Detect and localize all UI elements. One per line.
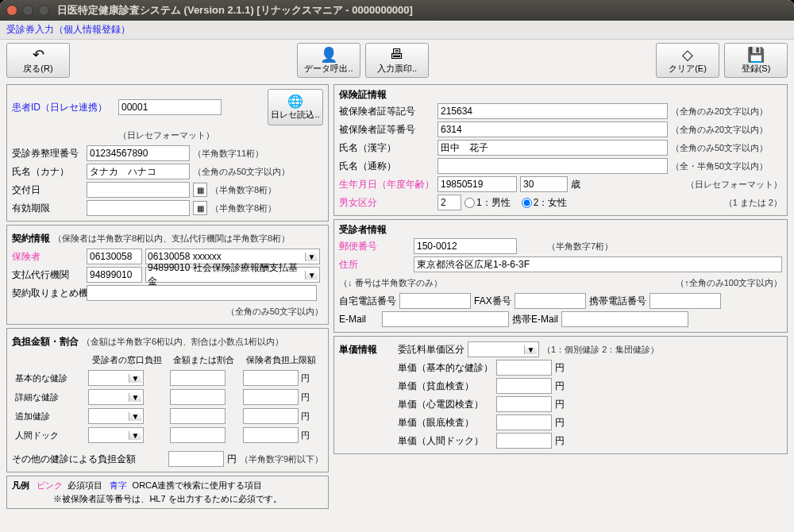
- sex-female-radio[interactable]: 2：女性: [522, 196, 568, 210]
- price-fundus-label: 単価（眼底検査）: [398, 416, 493, 430]
- data-load-button[interactable]: 👤 データ呼出..: [297, 43, 360, 78]
- back-button-label: 戻る(R): [23, 63, 52, 75]
- eraser-icon: ◇: [682, 47, 693, 63]
- burden-row-detail: 詳細な健診: [13, 388, 85, 406]
- patient-id-label: 患者ID（日レセ連携）: [12, 101, 115, 114]
- basic-amount-input[interactable]: [170, 370, 225, 386]
- mobile-email-input[interactable]: [561, 311, 688, 327]
- cert-number-input[interactable]: [437, 121, 668, 137]
- window-close-button[interactable]: [6, 5, 17, 16]
- age-input[interactable]: [520, 176, 568, 192]
- cert-symbol-label: 被保険者証等記号: [339, 105, 434, 118]
- mobile-tel-input[interactable]: [649, 293, 721, 309]
- unit-type-select[interactable]: ▼: [468, 341, 539, 357]
- burden-header-amount: 金額または割合: [168, 353, 239, 368]
- burden-row-basic: 基本的な健診: [13, 369, 85, 387]
- agency-input[interactable]: [87, 267, 142, 283]
- basic-window-select[interactable]: ▼: [88, 370, 144, 386]
- unit-price-panel: 単価情報 委託料単価区分 ▼ （1：個別健診 2：集団健診） 単価（基本的な健診…: [333, 336, 788, 454]
- legend-footnote: ※被保険者証等番号は、HL7 を出力するために必須です。: [12, 493, 323, 505]
- register-button[interactable]: 💾 登録(S): [724, 43, 788, 78]
- back-button[interactable]: ↶ 戻る(R): [6, 43, 70, 78]
- birth-note: （日レセフォーマット）: [686, 179, 782, 191]
- clear-button[interactable]: ◇ クリア(E): [656, 43, 719, 78]
- save-icon: 💾: [747, 47, 765, 63]
- cert-symbol-note: （全角のみ20文字以内）: [671, 106, 768, 118]
- detail-window-select[interactable]: ▼: [88, 389, 144, 405]
- kana-note: （全角のみ50文字以内）: [193, 166, 290, 178]
- expire-note: （半角数字8桁）: [210, 202, 276, 214]
- home-tel-input[interactable]: [399, 293, 471, 309]
- expire-calendar-button[interactable]: ▦: [193, 201, 207, 215]
- window-maximize-button[interactable]: [38, 5, 49, 16]
- insurer-select-value: 06130058 xxxxxx: [148, 251, 222, 262]
- orca-load-button[interactable]: 🌐 日レセ読込..: [268, 89, 323, 125]
- contract-note: （保険者は半角数字8桁以内、支払代行機関は半角数字8桁）: [53, 233, 290, 245]
- insurer-input[interactable]: [87, 249, 142, 264]
- format-note: （日レセフォーマット）: [118, 129, 214, 141]
- add-window-select[interactable]: ▼: [88, 408, 144, 424]
- chevron-down-icon: ▼: [305, 253, 318, 261]
- insurance-title: 保険証情報: [339, 88, 387, 102]
- zip-input[interactable]: [414, 238, 517, 254]
- cert-symbol-input[interactable]: [437, 103, 668, 119]
- zip-label: 郵便番号: [339, 240, 410, 253]
- contract-panel: 契約情報 （保険者は半角数字8桁以内、支払代行機関は半角数字8桁） 保険者 06…: [6, 225, 329, 325]
- mobile-email-label: 携帯E-Mail: [512, 313, 558, 326]
- issue-date-input[interactable]: [87, 182, 190, 198]
- birth-input[interactable]: [437, 176, 517, 192]
- summary-org-label: 契約取りまとめ機関名: [12, 287, 83, 300]
- basic-limit-input[interactable]: [243, 370, 299, 386]
- person-icon: 👤: [320, 47, 337, 63]
- burden-note: （金額は半角数字6桁以内、割合は小数点1桁以内）: [82, 336, 283, 348]
- ticket-input[interactable]: [87, 145, 190, 161]
- dock-window-select[interactable]: ▼: [88, 427, 144, 443]
- print-button[interactable]: 🖶 入力票印..: [365, 43, 429, 78]
- issue-note: （半角数字8桁）: [210, 184, 276, 196]
- detail-limit-input[interactable]: [243, 389, 299, 405]
- agency-label: 支払代行機関: [12, 268, 83, 282]
- name-kanji-input[interactable]: [437, 140, 668, 156]
- expire-date-input[interactable]: [87, 200, 190, 216]
- patient-id-input[interactable]: [118, 99, 222, 115]
- add-amount-input[interactable]: [170, 408, 225, 424]
- print-label: 入力票印..: [377, 63, 417, 75]
- printer-icon: 🖶: [390, 47, 404, 63]
- price-anemia-input[interactable]: [496, 378, 552, 394]
- dock-amount-input[interactable]: [170, 427, 225, 443]
- detail-amount-input[interactable]: [170, 389, 225, 405]
- other-burden-input[interactable]: [168, 451, 224, 467]
- legend-blue-text: ORCA連携で検索に使用する項目: [133, 480, 263, 490]
- back-arrow-icon: ↶: [33, 47, 44, 63]
- fax-input[interactable]: [515, 293, 586, 309]
- window-minimize-button[interactable]: [22, 5, 33, 16]
- burden-title: 負担金額・割合: [12, 335, 79, 349]
- patient-id-panel: 患者ID（日レセ連携） 🌐 日レセ読込.. （日レセフォーマット） 受診券整理番…: [6, 84, 329, 222]
- dock-limit-input[interactable]: [243, 427, 299, 443]
- insurance-panel: 保険証情報 被保険者証等記号 （全角のみ20文字以内） 被保険者証等番号 （全角…: [333, 84, 788, 216]
- cert-number-note: （全角のみ20文字以内）: [671, 124, 768, 136]
- addr-sub-note: （↓ 番号は半角数字のみ）: [339, 277, 442, 289]
- burden-row-add: 追加健診: [13, 407, 85, 425]
- price-ecg-input[interactable]: [496, 396, 552, 412]
- price-fundus-input[interactable]: [496, 414, 552, 430]
- price-basic-input[interactable]: [496, 360, 552, 376]
- price-ecg-label: 単価（心電図検査）: [398, 398, 493, 411]
- add-limit-input[interactable]: [243, 408, 299, 424]
- zip-note: （半角数字7桁）: [547, 241, 613, 253]
- name-kana-input[interactable]: [87, 164, 190, 179]
- burden-header-limit: 保険者負担上限額: [241, 353, 322, 368]
- fax-label: FAX番号: [474, 295, 511, 308]
- globe-icon: 🌐: [287, 94, 303, 109]
- issue-calendar-button[interactable]: ▦: [193, 183, 207, 197]
- address-input[interactable]: [414, 256, 782, 272]
- clear-label: クリア(E): [669, 63, 707, 75]
- ticket-label: 受診券整理番号: [12, 147, 83, 160]
- sex-input[interactable]: [437, 195, 461, 210]
- sex-male-radio[interactable]: 1：男性: [464, 196, 511, 210]
- agency-select[interactable]: 94899010 社会保険診療報酬支払基金 ▼: [145, 267, 320, 283]
- price-dock-input[interactable]: [496, 433, 552, 449]
- email-input[interactable]: [382, 311, 509, 327]
- toolbar: ↶ 戻る(R) 👤 データ呼出.. 🖶 入力票印.. ◇ クリア(E) 💾 登録…: [0, 40, 794, 81]
- name-alias-input[interactable]: [437, 158, 668, 174]
